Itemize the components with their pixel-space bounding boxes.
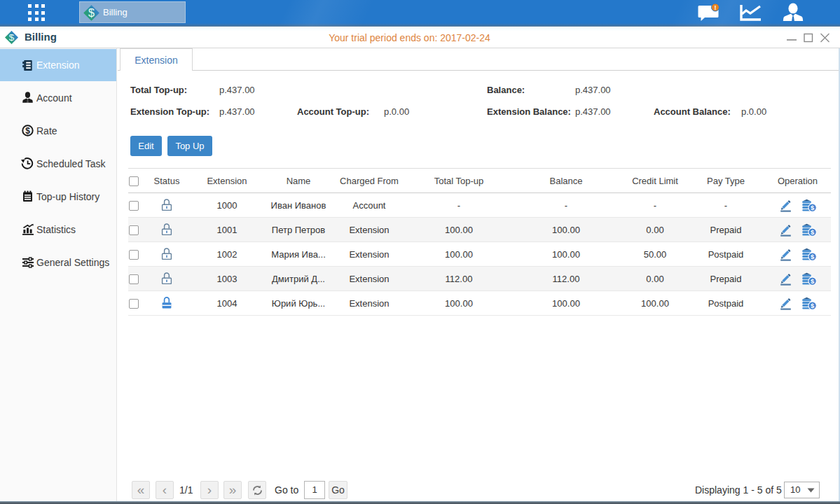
svg-text:$: $ — [88, 7, 95, 19]
svg-text:$: $ — [25, 126, 30, 136]
svg-text:!: ! — [715, 4, 717, 11]
